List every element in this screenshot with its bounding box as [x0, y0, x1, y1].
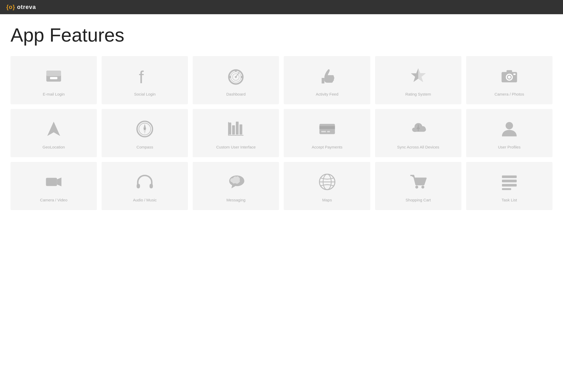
- svg-rect-41: [137, 184, 140, 188]
- svg-rect-1: [46, 71, 61, 76]
- feature-label-compass: Compass: [137, 144, 153, 150]
- feature-label-dashboard: Dashboard: [226, 91, 246, 97]
- feature-card-messaging[interactable]: Messaging: [193, 162, 279, 210]
- feature-card-sync-devices[interactable]: Sync Across All Devices: [375, 109, 461, 157]
- feature-label-email-login: E-mail Login: [43, 91, 64, 97]
- feature-label-geolocation: GeoLocation: [43, 144, 65, 150]
- feature-card-camera-photos[interactable]: Camera / Photos: [466, 56, 552, 104]
- svg-text:f: f: [139, 67, 144, 85]
- svg-rect-30: [228, 122, 229, 136]
- svg-rect-18: [513, 73, 515, 75]
- feature-card-task-list[interactable]: Task List: [466, 162, 552, 210]
- svg-rect-34: [327, 131, 330, 132]
- feature-card-shopping-cart[interactable]: Shopping Cart: [375, 162, 461, 210]
- inbox-icon: [44, 66, 63, 87]
- globe-icon: [318, 171, 336, 192]
- svg-marker-13: [418, 68, 426, 82]
- user-icon: [500, 118, 519, 140]
- svg-rect-50: [502, 184, 517, 187]
- svg-rect-48: [502, 176, 517, 178]
- feature-label-social-login: Social Login: [134, 91, 156, 97]
- feature-label-task-list: Task List: [502, 197, 517, 203]
- facebook-icon: f: [136, 66, 154, 87]
- svg-rect-28: [240, 125, 242, 135]
- feature-card-maps[interactable]: Maps: [284, 162, 370, 210]
- feature-label-shopping-cart: Shopping Cart: [406, 197, 431, 203]
- compass-icon: [136, 118, 154, 140]
- feature-card-social-login[interactable]: f Social Login: [102, 56, 188, 104]
- dashboard-icon: [227, 66, 245, 87]
- svg-rect-49: [502, 180, 517, 182]
- feature-label-rating-system: Rating System: [405, 91, 431, 97]
- svg-rect-2: [50, 77, 57, 79]
- feature-card-user-profiles[interactable]: User Profiles: [466, 109, 552, 157]
- feature-card-geolocation[interactable]: GeoLocation: [11, 109, 97, 157]
- svg-rect-29: [228, 135, 244, 136]
- feature-label-messaging: Messaging: [226, 197, 246, 203]
- feature-label-user-profiles: User Profiles: [498, 144, 521, 150]
- thumbsup-icon: [318, 66, 336, 87]
- brand-logo: {o} otreva: [6, 4, 36, 11]
- headphones-icon: [136, 171, 154, 192]
- svg-point-9: [229, 76, 231, 78]
- star-icon: [409, 66, 427, 87]
- svg-point-8: [241, 76, 243, 78]
- svg-rect-32: [319, 126, 335, 129]
- svg-rect-27: [236, 122, 239, 135]
- main-content: App Features E-mail Login f Social Login…: [0, 14, 563, 226]
- feature-card-custom-ui[interactable]: Custom User Interface: [193, 109, 279, 157]
- creditcard-icon: [318, 118, 336, 140]
- svg-point-47: [421, 186, 424, 188]
- svg-rect-33: [321, 131, 326, 132]
- features-grid: E-mail Login f Social Login Dashboard Ac…: [11, 56, 552, 210]
- svg-marker-40: [57, 177, 62, 186]
- svg-point-7: [235, 70, 237, 72]
- video-icon: [44, 171, 63, 192]
- svg-point-24: [144, 128, 146, 130]
- feature-label-camera-photos: Camera / Photos: [495, 91, 524, 97]
- navbar: {o} otreva: [0, 0, 563, 14]
- feature-card-accept-payments[interactable]: Accept Payments: [284, 109, 370, 157]
- feature-card-audio-music[interactable]: Audio / Music: [102, 162, 188, 210]
- cart-icon: [409, 171, 427, 192]
- svg-point-38: [506, 122, 513, 130]
- cloudupload-icon: [409, 118, 427, 140]
- feature-card-dashboard[interactable]: Dashboard: [193, 56, 279, 104]
- svg-point-17: [508, 76, 511, 79]
- tasklist-icon: [500, 171, 519, 192]
- svg-marker-19: [47, 122, 60, 136]
- feature-label-sync-devices: Sync Across All Devices: [397, 144, 439, 150]
- location-icon: [44, 118, 63, 140]
- feature-card-rating-system[interactable]: Rating System: [375, 56, 461, 104]
- camera-icon: [500, 66, 519, 87]
- feature-label-custom-ui: Custom User Interface: [216, 144, 256, 150]
- feature-label-maps: Maps: [322, 197, 332, 203]
- feature-label-activity-feed: Activity Feed: [316, 91, 338, 97]
- feature-label-accept-payments: Accept Payments: [312, 144, 342, 150]
- svg-rect-39: [46, 178, 57, 186]
- svg-rect-15: [506, 70, 512, 73]
- feature-card-camera-video[interactable]: Camera / Video: [11, 162, 97, 210]
- chat-icon: [227, 171, 245, 192]
- feature-label-camera-video: Camera / Video: [40, 197, 67, 203]
- svg-point-46: [415, 186, 418, 188]
- feature-card-activity-feed[interactable]: Activity Feed: [284, 56, 370, 104]
- feature-label-audio-music: Audio / Music: [133, 197, 157, 203]
- barchart-icon: [227, 118, 245, 140]
- svg-rect-42: [150, 184, 153, 188]
- svg-rect-51: [502, 188, 511, 190]
- svg-rect-26: [232, 125, 235, 135]
- feature-card-compass[interactable]: Compass: [102, 109, 188, 157]
- svg-rect-25: [228, 123, 231, 135]
- feature-card-email-login[interactable]: E-mail Login: [11, 56, 97, 104]
- svg-point-11: [235, 76, 237, 78]
- page-title: App Features: [11, 25, 552, 46]
